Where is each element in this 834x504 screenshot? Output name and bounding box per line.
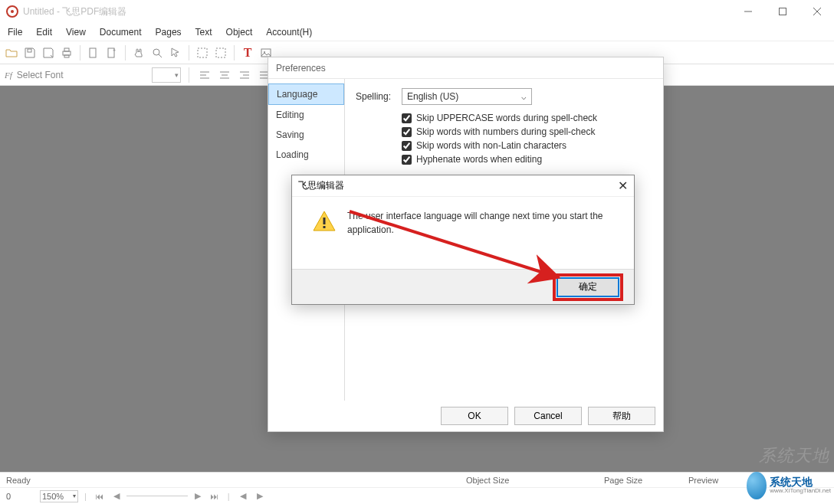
status-bar: Ready Object Size Page Size Preview 0 15… — [0, 472, 834, 504]
watermark-cn: 系统天地 — [770, 476, 831, 488]
status-object-size: Object Size — [466, 476, 604, 485]
menu-bar: File Edit View Document Pages Text Objec… — [0, 23, 834, 41]
menu-text[interactable]: Text — [195, 27, 212, 38]
app-logo-icon — [6, 5, 18, 18]
nav-first-icon[interactable]: ⏮ — [93, 492, 107, 501]
close-button[interactable] — [800, 0, 834, 23]
open-icon[interactable] — [3, 44, 20, 61]
menu-pages[interactable]: Pages — [156, 27, 182, 38]
menu-edit[interactable]: Edit — [36, 27, 52, 38]
watermark-logo: 系统天地 www.XiTongTianDi.net — [747, 469, 831, 502]
svg-point-11 — [153, 49, 159, 55]
spelling-label: Spelling: — [356, 91, 402, 102]
check-uppercase[interactable] — [402, 113, 412, 123]
prefs-tab-loading[interactable]: Loading — [268, 145, 344, 165]
status-preview: Preview — [688, 476, 718, 485]
alert-close-button[interactable]: ✕ — [618, 178, 628, 193]
text-icon[interactable]: T — [239, 44, 256, 61]
globe-icon — [747, 472, 767, 499]
alert-message: The user interface language will change … — [347, 209, 619, 261]
svg-rect-13 — [198, 48, 207, 57]
check-hyphenate-label: Hyphenate words when editing — [416, 154, 542, 165]
page-number: 0 — [6, 492, 37, 501]
save-as-icon[interactable] — [40, 44, 57, 61]
status-ready: Ready — [6, 476, 466, 485]
watermark-faded: 系统天地 — [759, 444, 829, 467]
prefs-tab-saving[interactable]: Saving — [268, 125, 344, 145]
nav-next-icon[interactable]: ▶ — [191, 491, 205, 501]
page-icon[interactable] — [85, 44, 102, 61]
svg-rect-30 — [323, 226, 326, 228]
hand-icon[interactable] — [130, 44, 147, 61]
select-rect-icon[interactable] — [194, 44, 211, 61]
preferences-title: Preferences — [268, 57, 663, 79]
check-numbers-label: Skip words with numbers during spell-che… — [416, 126, 595, 137]
check-hyphenate[interactable] — [402, 155, 412, 165]
nav-back-icon[interactable]: ◀ — [236, 491, 250, 501]
align-right-icon[interactable] — [237, 67, 252, 83]
nav-prev-icon[interactable]: ◀ — [110, 491, 123, 501]
window-title: Untitled - 飞思PDF编辑器 — [23, 5, 126, 18]
align-left-icon[interactable] — [197, 67, 212, 83]
font-family-icon: Ff — [5, 70, 12, 80]
svg-line-12 — [159, 54, 162, 57]
check-nonlatin-label: Skip words with non-Latin characters — [416, 140, 566, 151]
svg-rect-1 — [779, 8, 786, 15]
prefs-tab-language[interactable]: Language — [268, 83, 344, 105]
menu-object[interactable]: Object — [226, 27, 253, 38]
pointer-icon[interactable] — [167, 44, 184, 61]
svg-rect-29 — [323, 218, 326, 224]
svg-rect-6 — [64, 48, 69, 51]
zoom-icon[interactable] — [149, 44, 166, 61]
svg-text:+: + — [113, 47, 116, 53]
title-bar: Untitled - 飞思PDF编辑器 — [0, 0, 834, 23]
svg-rect-14 — [216, 48, 225, 57]
watermark-en: www.XiTongTianDi.net — [770, 488, 831, 495]
nav-forward-icon[interactable]: ▶ — [253, 491, 267, 501]
menu-account[interactable]: Account(H) — [266, 27, 312, 38]
check-nonlatin[interactable] — [402, 141, 412, 151]
save-icon[interactable] — [21, 44, 38, 61]
alert-title: 飞思编辑器 — [298, 179, 344, 192]
print-icon[interactable] — [58, 44, 75, 61]
alert-dialog: 飞思编辑器 ✕ The user interface language will… — [291, 175, 635, 305]
menu-view[interactable]: View — [66, 27, 86, 38]
check-numbers[interactable] — [402, 127, 412, 137]
minimize-button[interactable] — [731, 0, 765, 23]
alert-ok-highlight: 确定 — [553, 273, 623, 301]
svg-rect-8 — [90, 48, 96, 57]
check-uppercase-label: Skip UPPERCASE words during spell-check — [416, 113, 597, 123]
spelling-select[interactable]: English (US) — [402, 88, 532, 105]
status-page-size: Page Size — [604, 476, 688, 485]
svg-rect-4 — [28, 49, 31, 52]
prefs-ok-button[interactable]: OK — [441, 407, 508, 425]
svg-rect-7 — [64, 55, 69, 57]
prefs-cancel-button[interactable]: Cancel — [514, 407, 582, 425]
svg-rect-5 — [63, 51, 71, 55]
page-add-icon[interactable]: + — [103, 44, 120, 61]
nav-last-icon[interactable]: ⏭ — [208, 492, 222, 501]
prefs-tab-editing[interactable]: Editing — [268, 105, 344, 125]
font-select[interactable]: Select Font — [17, 70, 147, 80]
svg-rect-15 — [261, 49, 271, 57]
select-rect2-icon[interactable] — [212, 44, 229, 61]
alert-ok-button[interactable]: 确定 — [557, 278, 619, 296]
prefs-help-button[interactable]: 帮助 — [588, 407, 655, 425]
maximize-button[interactable] — [765, 0, 800, 23]
font-size-select[interactable] — [152, 67, 181, 83]
warning-icon — [312, 209, 337, 234]
zoom-select[interactable]: 150% — [40, 490, 78, 502]
align-center-icon[interactable] — [217, 67, 232, 83]
menu-document[interactable]: Document — [100, 27, 142, 38]
menu-file[interactable]: File — [8, 27, 22, 38]
